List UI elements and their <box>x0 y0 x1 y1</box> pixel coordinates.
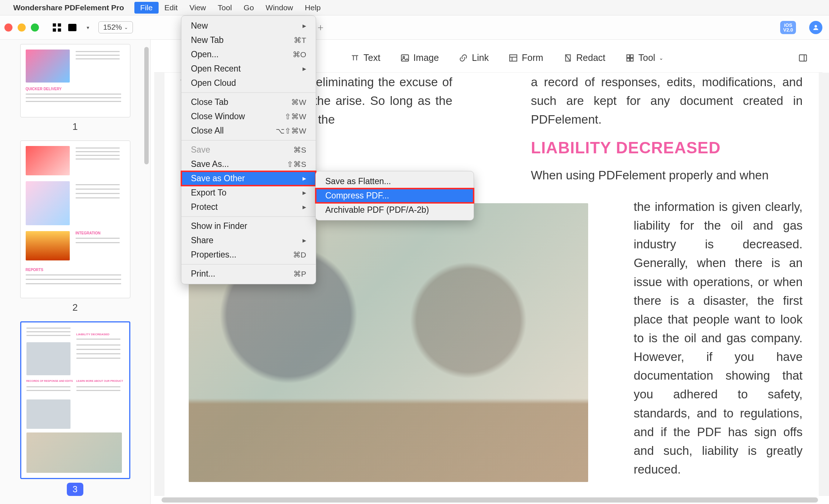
redact-tool-label: Redact <box>576 52 605 63</box>
svg-rect-4 <box>68 24 77 31</box>
thumbnails-grid-icon[interactable] <box>51 22 62 33</box>
menu-item-open-recent[interactable]: Open Recent <box>181 62 316 76</box>
menu-item-properties[interactable]: Properties...⌘D <box>181 248 316 262</box>
link-tool-label: Link <box>472 52 489 63</box>
svg-rect-3 <box>58 28 61 32</box>
page-thumbnail-3[interactable]: LIABILITY DECREASED RECORDS OF RESPONSE … <box>20 321 130 479</box>
submenu-item-save-as-flatten[interactable]: Save as Flatten... <box>316 174 474 189</box>
menu-item-save-as-other[interactable]: Save as Other <box>181 171 316 186</box>
mac-menubar: Wondershare PDFelement Pro File Edit Vie… <box>0 0 829 15</box>
menu-item-new-tab[interactable]: New Tab⌘T <box>181 33 316 47</box>
window-toolbar: ▾ 152% ⌄ ＋ iOS V2.0 <box>0 15 829 40</box>
svg-rect-13 <box>627 55 630 58</box>
svg-rect-1 <box>58 23 61 26</box>
image-tool[interactable]: Image <box>400 52 439 63</box>
page-number-2: 2 <box>7 302 144 313</box>
menubar-edit[interactable]: Edit <box>159 2 184 14</box>
menu-item-close-all[interactable]: Close All⌥⇧⌘W <box>181 124 316 138</box>
right-column: a record of responses, edits, modificati… <box>531 73 803 185</box>
menu-item-print[interactable]: Print...⌘P <box>181 267 316 281</box>
zoom-select[interactable]: 152% ⌄ <box>98 21 133 33</box>
horizontal-scrollbar[interactable] <box>162 497 818 503</box>
panel-toggle-icon[interactable] <box>798 53 808 63</box>
menu-item-close-window[interactable]: Close Window⇧⌘W <box>181 109 316 124</box>
menu-item-export-to[interactable]: Export To <box>181 186 316 200</box>
right-body-paragraph: the information is given clearly, liabil… <box>634 197 803 479</box>
chevron-down-icon: ⌄ <box>659 55 663 61</box>
menu-item-show-in-finder[interactable]: Show in Finder <box>181 219 316 233</box>
minimize-window-button[interactable] <box>18 23 26 32</box>
page-number-1: 1 <box>7 121 144 132</box>
form-tool[interactable]: Form <box>508 52 543 63</box>
right-top-paragraph: a record of responses, edits, modificati… <box>531 73 803 129</box>
save-as-other-submenu: Save as Flatten...Compress PDF...Archiva… <box>315 171 474 220</box>
section-heading: LIABILITY DECREASED <box>531 135 803 160</box>
thumbnail-sidebar: QUICKER DELIVERY 1 INTEGRATION REPORTS 2… <box>0 40 151 504</box>
menu-item-save: Save⌘S <box>181 143 316 157</box>
new-tab-icon[interactable]: ＋ <box>316 21 325 34</box>
close-window-button[interactable] <box>4 23 12 32</box>
window-controls <box>4 23 39 32</box>
tool-menu-label: Tool <box>638 52 655 63</box>
form-tool-label: Form <box>522 52 543 63</box>
chevron-down-icon: ⌄ <box>124 25 128 30</box>
sidebar-scrollbar[interactable] <box>144 47 149 164</box>
app-name[interactable]: Wondershare PDFelement Pro <box>13 3 124 12</box>
menu-item-close-tab[interactable]: Close Tab⌘W <box>181 95 316 109</box>
submenu-item-compress-pdf[interactable]: Compress PDF... <box>316 189 474 203</box>
menubar-view[interactable]: View <box>184 2 212 14</box>
link-tool[interactable]: Link <box>459 52 489 63</box>
svg-rect-7 <box>401 55 409 61</box>
fullscreen-window-button[interactable] <box>31 23 39 32</box>
menubar-help[interactable]: Help <box>299 2 326 14</box>
page-number-3: 3 <box>67 483 83 496</box>
ios-version-badge[interactable]: iOS V2.0 <box>780 21 796 34</box>
account-avatar-icon[interactable] <box>809 21 822 34</box>
sidebar-dropdown-icon[interactable]: ▾ <box>82 22 93 33</box>
menu-item-open-cloud[interactable]: Open Cloud <box>181 76 316 90</box>
tool-menu[interactable]: Tool ⌄ <box>625 52 663 63</box>
image-tool-label: Image <box>413 52 439 63</box>
menu-item-save-as[interactable]: Save As...⇧⌘S <box>181 157 316 171</box>
svg-rect-14 <box>630 55 633 58</box>
menubar-window[interactable]: Window <box>260 2 299 14</box>
right-lead-paragraph: When using PDFelement properly and when <box>531 166 803 185</box>
menubar-file[interactable]: File <box>134 2 159 14</box>
svg-rect-2 <box>53 28 56 32</box>
submenu-item-archivable-pdf-pdf-a-b[interactable]: Archivable PDF (PDF/A-2b) <box>316 203 474 217</box>
svg-rect-9 <box>510 55 517 61</box>
menubar-tool[interactable]: Tool <box>212 2 238 14</box>
menu-item-new[interactable]: New <box>181 19 316 33</box>
file-menu: NewNew Tab⌘TOpen...⌘OOpen RecentOpen Clo… <box>181 15 316 284</box>
text-tool-label: Text <box>363 52 380 63</box>
svg-rect-0 <box>53 23 56 26</box>
svg-rect-17 <box>799 55 807 61</box>
svg-point-6 <box>815 25 817 28</box>
zoom-value: 152% <box>103 23 122 32</box>
svg-line-12 <box>565 55 570 61</box>
svg-rect-15 <box>627 58 630 61</box>
menu-item-open[interactable]: Open...⌘O <box>181 47 316 62</box>
menubar-go[interactable]: Go <box>238 2 260 14</box>
page-thumbnail-2[interactable]: INTEGRATION REPORTS <box>20 140 130 298</box>
menu-item-share[interactable]: Share <box>181 233 316 248</box>
text-tool[interactable]: Text <box>350 52 380 63</box>
svg-rect-16 <box>630 58 633 61</box>
menu-item-protect[interactable]: Protect <box>181 200 316 214</box>
sidebar-toggle-icon[interactable] <box>67 22 78 33</box>
page-thumbnail-1[interactable]: QUICKER DELIVERY <box>20 44 130 117</box>
redact-tool[interactable]: Redact <box>563 52 605 63</box>
